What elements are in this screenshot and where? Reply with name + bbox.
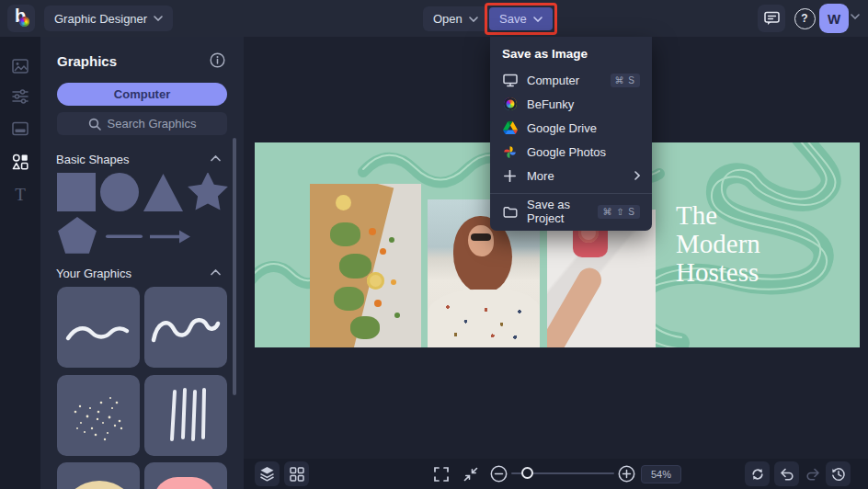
basic-shapes-grid[interactable] [57, 173, 232, 257]
graphic-tile-pink-blob[interactable] [144, 462, 227, 489]
history-clock-icon [831, 467, 846, 482]
panel-scrollbar[interactable] [233, 138, 236, 395]
minus-circle-icon [490, 465, 508, 483]
avocado-toast-piece [339, 254, 371, 279]
fit-to-screen-button[interactable] [458, 461, 483, 486]
befunky-graphic-designer: The Modern Hostess b Graphic Designer Op… [0, 0, 868, 489]
shape-circle [100, 173, 139, 211]
rail-item-graphics[interactable] [0, 146, 40, 177]
lemon-slice [367, 272, 384, 290]
history-button[interactable] [826, 461, 851, 486]
save-dropdown-menu: Save as Image Computer ⌘ S BeFunky [490, 37, 652, 231]
save-menu-header: Save as Image [490, 45, 652, 68]
chevron-up-icon[interactable] [211, 155, 221, 162]
search-icon [88, 118, 101, 131]
zoom-value-label: 54% [651, 469, 671, 480]
menu-item-google-photos[interactable]: Google Photos [490, 140, 652, 164]
chevron-up-icon[interactable] [211, 269, 221, 276]
rail-item-text[interactable]: T [0, 179, 40, 210]
info-icon[interactable] [210, 52, 225, 68]
zoom-percentage[interactable]: 54% [641, 465, 681, 483]
sliders-icon [12, 89, 29, 104]
zoom-out-button[interactable] [486, 461, 511, 486]
loopy-line-graphic [144, 287, 227, 368]
menu-item-computer[interactable]: Computer ⌘ S [490, 68, 652, 92]
menu-item-label: Save as Project [527, 198, 588, 225]
menu-item-google-drive[interactable]: Google Drive [490, 116, 652, 140]
feedback-chat-button[interactable] [758, 5, 785, 32]
app-switcher-dropdown[interactable]: Graphic Designer [44, 6, 173, 31]
app-switcher-label: Graphic Designer [54, 12, 147, 26]
graphics-panel: Graphics Computer Search Graphics Basic … [40, 37, 244, 489]
panel-title: Graphics [57, 53, 117, 69]
grid-icon [290, 467, 304, 482]
avatar-initial: W [828, 11, 840, 27]
sunglasses-shape [471, 233, 491, 241]
chevron-down-icon [469, 17, 478, 22]
rainbow-circle-icon [19, 17, 29, 27]
shape-arrow [150, 231, 190, 244]
fullscreen-icon [434, 467, 449, 482]
account-chevron-icon[interactable] [851, 14, 860, 19]
graphic-tile-tan-blob[interactable] [57, 462, 140, 489]
menu-item-befunky[interactable]: BeFunky [490, 92, 652, 116]
graphic-tile-wavy-line[interactable] [57, 287, 140, 368]
menu-item-save-as-project[interactable]: Save as Project ⌘ ⇧ S [490, 199, 652, 223]
zoom-slider-knob[interactable] [521, 467, 533, 479]
bottom-toolbar: 54% [244, 459, 868, 489]
plus-icon [504, 170, 516, 182]
title-line-3: Hostess [676, 258, 760, 287]
title-line-1: The [676, 201, 760, 230]
undo-button[interactable] [774, 461, 799, 486]
card-icon [12, 121, 29, 136]
shortcut-badge: ⌘ S [611, 74, 640, 87]
shortcut-badge: ⌘ ⇧ S [598, 205, 640, 219]
graphic-tile-vertical-lines[interactable] [144, 375, 227, 456]
graphic-tile-loopy-line[interactable] [144, 287, 227, 368]
google-photos-icon [503, 145, 517, 159]
menu-item-label: More [527, 169, 625, 183]
google-drive-icon [503, 121, 518, 134]
computer-upload-button[interactable]: Computer [57, 83, 227, 106]
befunky-logo-icon [504, 97, 517, 110]
rail-item-edit[interactable] [0, 81, 40, 112]
undo-icon [780, 468, 794, 481]
your-graphics-header: Your Graphics [56, 267, 131, 280]
befunky-logo[interactable]: b [7, 5, 35, 32]
fullscreen-button[interactable] [428, 461, 453, 486]
top-bar: b Graphic Designer Open Save ? [0, 0, 868, 37]
fit-screen-icon [463, 467, 478, 482]
arm-shape [547, 264, 606, 347]
photo-avocado-toast[interactable] [310, 184, 421, 347]
zoom-in-button[interactable] [614, 461, 639, 486]
user-avatar[interactable]: W [819, 4, 849, 33]
chevron-right-icon [634, 171, 640, 180]
patterned-shirt-shape [428, 290, 540, 347]
design-title-text[interactable]: The Modern Hostess [676, 201, 760, 287]
save-button[interactable]: Save [489, 7, 553, 30]
help-button[interactable]: ? [791, 5, 818, 32]
herb-dot [389, 237, 394, 243]
open-button[interactable]: Open [423, 6, 488, 31]
rail-item-templates[interactable] [0, 113, 40, 144]
menu-item-more[interactable]: More [490, 164, 652, 188]
plus-circle-icon [618, 465, 635, 483]
avocado-toast-piece [330, 222, 360, 246]
tool-rail: T [0, 37, 40, 489]
tomato-dot [391, 279, 396, 285]
shape-line [106, 235, 143, 239]
tomato-dot [380, 248, 386, 255]
tomato-dot [374, 300, 382, 307]
refresh-icon [750, 467, 765, 482]
image-icon [12, 59, 29, 74]
text-icon: T [15, 185, 26, 205]
canvas-manager-button[interactable] [284, 461, 309, 486]
graphic-tile-speckles[interactable] [57, 375, 140, 456]
rail-item-photos[interactable] [0, 51, 40, 82]
redo-button[interactable] [800, 461, 825, 486]
layers-button[interactable] [255, 461, 280, 486]
search-graphics-button[interactable]: Search Graphics [57, 112, 227, 135]
reset-button[interactable] [745, 461, 770, 486]
chevron-down-icon [533, 17, 542, 22]
open-label: Open [433, 12, 463, 26]
